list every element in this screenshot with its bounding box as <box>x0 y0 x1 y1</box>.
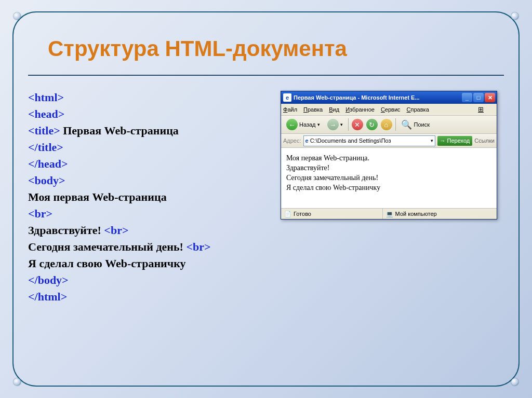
forward-arrow-icon: → <box>327 119 339 130</box>
menu-tools[interactable]: Сервис <box>381 106 401 113</box>
code-text: Моя первая Web-страница <box>28 190 167 203</box>
slide-title: Структура HTML-документа <box>48 36 347 61</box>
stop-button[interactable]: ✕ <box>352 119 363 130</box>
address-bar: Адрес: e C:\Documents and Settings\Поз ▾… <box>281 134 497 148</box>
html-code-block: <html> <head> <title> Первая Web-страниц… <box>28 89 211 305</box>
corner-dot-icon <box>14 378 21 386</box>
status-ready: Готово <box>294 211 311 217</box>
corner-dot-icon <box>14 12 21 20</box>
content-line: Сегодня замечательный день! <box>286 173 491 183</box>
dropdown-icon: ▾ <box>340 122 343 127</box>
address-label: Адрес: <box>283 138 301 144</box>
back-arrow-icon: ← <box>286 119 298 130</box>
code-tag: <head> <box>28 107 64 120</box>
links-label[interactable]: Ссылки <box>474 138 495 144</box>
refresh-button[interactable]: ↻ <box>366 119 378 130</box>
address-value: C:\Documents and Settings\Поз <box>310 138 391 144</box>
forward-button[interactable]: → ▾ <box>325 118 345 131</box>
code-tag: <body> <box>28 174 65 187</box>
search-label: Поиск <box>414 121 430 128</box>
code-text: Сегодня замечательный день! <box>28 240 186 253</box>
code-tag: <title> <box>28 124 60 137</box>
menu-edit[interactable]: Правка <box>303 106 323 113</box>
search-button[interactable]: 🔍 Поиск <box>399 118 432 131</box>
back-button[interactable]: ← Назад ▾ <box>284 118 322 131</box>
content-line: Я сделал свою Web-страничку <box>286 183 491 193</box>
home-button[interactable]: ⌂ <box>381 119 392 130</box>
status-bar: 📄 Готово 💻 Мой компьютер <box>281 208 497 219</box>
computer-icon: 💻 <box>386 211 393 217</box>
code-tag: </html> <box>28 290 67 303</box>
code-text: Первая Web-страница <box>60 124 179 137</box>
separator <box>348 118 349 131</box>
minimize-button[interactable]: _ <box>462 93 472 102</box>
page-icon: 📄 <box>284 211 291 217</box>
close-button[interactable]: ✕ <box>485 93 495 102</box>
browser-window: e Первая Web-страница - Microsoft Intern… <box>281 91 497 219</box>
code-tag: </title> <box>28 141 63 154</box>
title-underline <box>28 75 504 76</box>
window-title: Первая Web-страница - Microsoft Internet… <box>294 94 462 101</box>
search-icon: 🔍 <box>401 119 413 130</box>
address-input[interactable]: e C:\Documents and Settings\Поз ▾ <box>303 135 435 146</box>
go-arrow-icon: → <box>440 138 446 144</box>
code-tag: </head> <box>28 157 68 170</box>
corner-dot-icon <box>511 12 518 20</box>
content-line: Моя первая Web-страница. <box>286 153 491 163</box>
titlebar[interactable]: e Первая Web-страница - Microsoft Intern… <box>281 91 497 104</box>
go-button[interactable]: → Переход <box>437 136 473 146</box>
slide: Структура HTML-документа <html> <head> <… <box>0 0 532 398</box>
menu-help[interactable]: Справка <box>407 106 429 113</box>
status-zone: Мой компьютер <box>395 211 437 217</box>
code-text: Здравствуйте! <box>28 224 104 237</box>
ie-icon: e <box>283 93 291 102</box>
menu-favorites[interactable]: Избранное <box>345 106 375 113</box>
code-tag: </body> <box>28 273 69 286</box>
back-label: Назад <box>299 121 316 128</box>
dropdown-icon: ▾ <box>317 122 320 127</box>
menu-file[interactable]: Файл <box>283 106 297 113</box>
code-tag: <br> <box>104 224 128 237</box>
code-tag: <br> <box>28 207 52 220</box>
separator <box>395 118 396 131</box>
toolbar: ← Назад ▾ → ▾ ✕ ↻ ⌂ 🔍 Поиск <box>281 116 497 134</box>
ie-page-icon: e <box>305 138 309 144</box>
code-text: Я сделал свою Web-страничку <box>28 257 186 270</box>
content-line: Здравствуйте! <box>286 163 491 173</box>
go-label: Переход <box>447 138 470 144</box>
code-tag: <html> <box>28 91 64 104</box>
windows-flag-icon: ⊞ <box>478 105 488 114</box>
page-content: Моя первая Web-страница. Здравствуйте! С… <box>281 148 497 208</box>
menu-view[interactable]: Вид <box>329 106 339 113</box>
maximize-button[interactable]: □ <box>473 93 484 102</box>
corner-dot-icon <box>511 378 518 386</box>
menubar: Файл Правка Вид Избранное Сервис Справка… <box>281 104 497 116</box>
code-tag: <br> <box>186 240 210 253</box>
dropdown-icon[interactable]: ▾ <box>431 138 433 143</box>
